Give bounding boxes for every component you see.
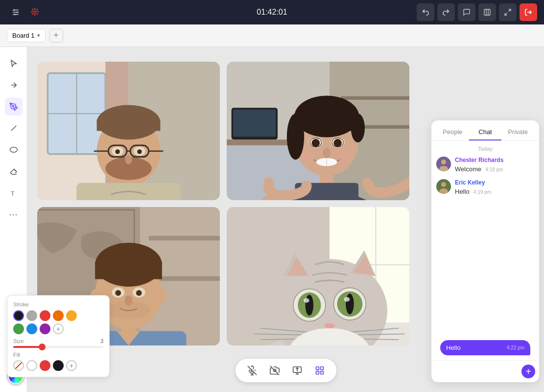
avatar-eric xyxy=(436,179,451,194)
avatar-chester xyxy=(436,157,451,171)
size-slider[interactable] xyxy=(13,346,103,348)
video-cell-2 xyxy=(227,62,409,200)
svg-rect-138 xyxy=(320,371,323,374)
chevron-down-icon: ▾ xyxy=(37,32,40,39)
svg-point-5 xyxy=(14,14,16,15)
msg-text-1: Welcome xyxy=(455,165,481,173)
fill-color-black[interactable] xyxy=(53,360,64,371)
svg-rect-55 xyxy=(294,114,359,131)
stroke-color-blue[interactable] xyxy=(26,323,37,334)
tab-private[interactable]: Private xyxy=(501,125,534,140)
sent-text: Hello xyxy=(446,344,461,351)
add-stroke-color-button[interactable]: + xyxy=(53,323,64,334)
screen-share-button[interactable] xyxy=(290,364,304,377)
fill-color-row: + xyxy=(13,360,103,371)
sent-bubble: Hello 4:22 pm xyxy=(440,340,530,355)
svg-line-9 xyxy=(508,9,511,12)
svg-rect-6 xyxy=(484,9,490,15)
stroke-color-red[interactable] xyxy=(40,310,50,321)
fill-color-white[interactable] xyxy=(26,360,37,371)
svg-point-109 xyxy=(304,298,309,302)
chat-message-2: Eric Kelley Hello 4:19 pm xyxy=(436,179,534,196)
chat-add-button[interactable]: + xyxy=(521,365,535,378)
stroke-color-black[interactable] xyxy=(13,310,24,321)
chat-messages: Chester Richards Welcome 4:18 pm xyxy=(431,155,539,335)
topbar-right xyxy=(417,3,537,21)
text-tool[interactable]: T xyxy=(5,184,23,202)
svg-rect-48 xyxy=(341,96,409,100)
msg-content-1: Chester Richards Welcome 4:18 pm xyxy=(455,157,534,173)
board-name: Board 1 xyxy=(12,32,35,39)
arrow-tool[interactable] xyxy=(5,76,23,94)
line-tool[interactable] xyxy=(5,119,23,137)
video-cell-4 xyxy=(227,207,409,346)
pen-tool[interactable] xyxy=(5,98,23,115)
svg-rect-135 xyxy=(316,367,319,370)
sliders-button[interactable] xyxy=(7,3,24,21)
redo-button[interactable] xyxy=(437,3,455,21)
main-content: T ··· xyxy=(0,47,544,392)
chat-date: Today xyxy=(431,146,539,152)
svg-rect-137 xyxy=(316,371,319,374)
add-board-button[interactable]: + xyxy=(49,29,63,43)
msg-time-1: 4:18 pm xyxy=(485,167,503,172)
cursor-tool[interactable] xyxy=(5,55,23,72)
sent-message-container: Hello 4:22 pm xyxy=(431,335,539,360)
video-2-visual xyxy=(227,62,409,200)
svg-point-110 xyxy=(344,297,350,301)
board-button[interactable] xyxy=(478,3,496,21)
svg-point-38 xyxy=(137,149,142,154)
chat-bottom: + xyxy=(431,360,539,382)
boardbar: Board 1 ▾ + xyxy=(0,24,544,47)
svg-point-56 xyxy=(287,114,304,160)
svg-rect-45 xyxy=(233,110,276,137)
chat-panel: People Chat Private Today xyxy=(431,120,539,382)
tab-people[interactable]: People xyxy=(436,125,469,140)
camera-button[interactable] xyxy=(268,364,282,377)
video-cell-1 xyxy=(37,62,220,200)
sender-name-1: Chester Richards xyxy=(455,157,534,163)
stroke-color-gray[interactable] xyxy=(26,310,37,321)
stroke-color-yellow[interactable] xyxy=(66,310,77,321)
svg-point-4 xyxy=(17,12,18,13)
svg-line-129 xyxy=(270,366,279,375)
msg-content-2: Eric Kelley Hello 4:19 pm xyxy=(455,179,534,196)
size-row: Size 3 xyxy=(13,338,103,344)
svg-point-108 xyxy=(346,294,354,314)
eraser-tool[interactable] xyxy=(5,162,23,180)
sent-time: 4:22 pm xyxy=(507,345,524,350)
video-4-visual xyxy=(227,207,409,346)
tab-chat[interactable]: Chat xyxy=(469,125,502,140)
stroke-color-row xyxy=(13,310,103,321)
svg-rect-136 xyxy=(320,367,323,370)
chat-button[interactable] xyxy=(458,3,475,21)
fullscreen-button[interactable] xyxy=(499,3,517,21)
ellipse-tool[interactable] xyxy=(5,141,23,159)
mic-button[interactable] xyxy=(245,364,259,377)
stroke-color-purple[interactable] xyxy=(40,323,50,334)
svg-point-66 xyxy=(323,148,331,158)
svg-point-90 xyxy=(157,290,166,303)
slider-thumb[interactable] xyxy=(39,344,46,350)
svg-point-14 xyxy=(10,147,17,153)
slider-track xyxy=(13,346,103,348)
stroke-color-orange[interactable] xyxy=(53,310,64,321)
exit-button[interactable] xyxy=(520,3,537,21)
chat-tabs: People Chat Private xyxy=(431,120,539,141)
svg-rect-28 xyxy=(97,119,161,131)
bottom-toolbar xyxy=(236,359,336,382)
fill-section: Fill + xyxy=(13,352,103,371)
svg-point-67 xyxy=(301,151,314,160)
snowflake-icon: ❊ xyxy=(30,6,39,19)
fill-color-red[interactable] xyxy=(40,360,50,371)
stroke-color-green[interactable] xyxy=(13,323,24,334)
more-tool[interactable]: ··· xyxy=(5,206,23,223)
fill-color-transparent[interactable] xyxy=(13,360,24,371)
svg-rect-82 xyxy=(95,262,162,279)
size-label: Size xyxy=(13,338,24,344)
undo-button[interactable] xyxy=(417,3,434,21)
video-1-visual xyxy=(37,62,220,200)
layout-button[interactable] xyxy=(313,364,327,377)
board-tab[interactable]: Board 1 ▾ xyxy=(7,29,46,42)
add-fill-color-button[interactable]: + xyxy=(66,360,77,371)
